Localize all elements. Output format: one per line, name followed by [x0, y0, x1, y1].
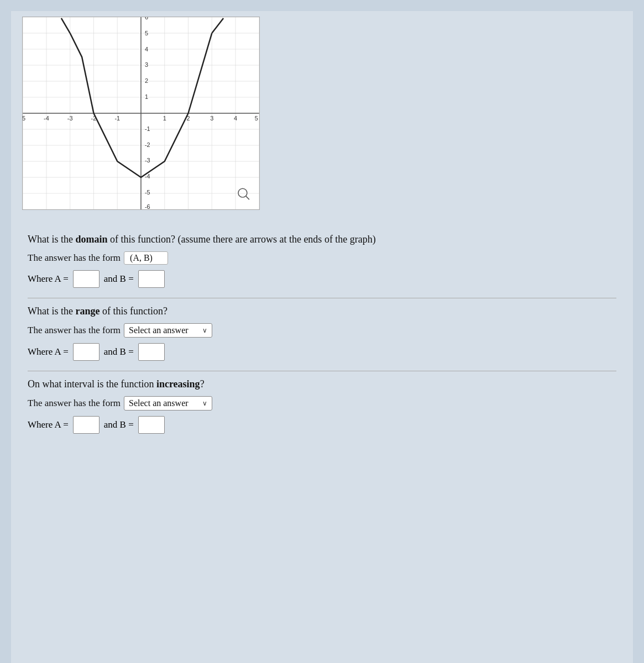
increasing-a-input[interactable]	[73, 416, 100, 434]
increasing-bold: increasing	[156, 378, 200, 390]
range-form-row: The answer has the form Select an answer…	[28, 323, 616, 338]
range-where-row: Where A = and B =	[28, 343, 616, 361]
range-where-a-label: Where A =	[28, 346, 69, 357]
svg-text:-1: -1	[145, 125, 150, 132]
range-chevron-icon: ∨	[202, 327, 207, 335]
range-answer-dropdown[interactable]: Select an answer ∨	[124, 323, 212, 338]
function-graph: -5 -4 -3 -2 -1 1 2 3 4 5 6 5 4	[23, 17, 259, 209]
domain-a-input[interactable]	[73, 270, 100, 288]
increasing-and-label: and B =	[104, 419, 134, 430]
question-increasing: On what interval is the function increas…	[28, 377, 616, 444]
increasing-chevron-icon: ∨	[202, 399, 207, 408]
svg-text:-5: -5	[23, 115, 25, 122]
range-b-input[interactable]	[138, 343, 165, 361]
graph-wrapper: -5 -4 -3 -2 -1 1 2 3 4 5 6 5 4	[22, 17, 260, 210]
increasing-form-label: The answer has the form	[28, 398, 121, 409]
range-and-label: and B =	[104, 346, 134, 357]
range-question-text: What is the range of this function?	[28, 304, 616, 319]
domain-where-row: Where A = and B =	[28, 270, 616, 288]
increasing-dropdown-text: Select an answer	[129, 398, 189, 408]
increasing-where-a-label: Where A =	[28, 419, 69, 430]
increasing-where-row: Where A = and B =	[28, 416, 616, 434]
domain-form-row: The answer has the form (A, B)	[28, 251, 616, 265]
question-range: What is the range of this function? The …	[28, 304, 616, 371]
questions-section: What is the domain of this function? (as…	[11, 221, 633, 466]
increasing-answer-dropdown[interactable]: Select an answer ∨	[124, 396, 212, 411]
increasing-form-row: The answer has the form Select an answer…	[28, 396, 616, 411]
domain-form-value: (A, B)	[124, 251, 168, 265]
range-bold: range	[75, 306, 100, 317]
svg-text:4: 4	[145, 46, 148, 52]
domain-and-label: and B =	[104, 273, 134, 285]
svg-text:-1: -1	[114, 115, 120, 122]
svg-text:4: 4	[234, 115, 237, 122]
svg-text:5: 5	[255, 115, 258, 122]
svg-text:1: 1	[145, 93, 148, 100]
svg-text:3: 3	[210, 115, 213, 122]
range-dropdown-text: Select an answer	[129, 325, 189, 335]
page-container: -5 -4 -3 -2 -1 1 2 3 4 5 6 5 4	[11, 11, 633, 663]
increasing-question-text: On what interval is the function increas…	[28, 377, 616, 392]
question-domain: What is the domain of this function? (as…	[28, 232, 616, 298]
svg-text:-3: -3	[67, 115, 73, 122]
svg-text:2: 2	[145, 77, 148, 84]
svg-text:6: 6	[145, 17, 148, 20]
increasing-b-input[interactable]	[138, 416, 165, 434]
domain-where-a-label: Where A =	[28, 273, 69, 285]
range-form-label: The answer has the form	[28, 325, 121, 336]
svg-text:-6: -6	[145, 203, 150, 209]
domain-form-label: The answer has the form	[28, 252, 121, 264]
domain-bold: domain	[75, 234, 107, 245]
svg-text:-4: -4	[44, 115, 49, 122]
svg-text:1: 1	[163, 115, 166, 122]
svg-text:-5: -5	[145, 189, 150, 196]
domain-b-input[interactable]	[138, 270, 165, 288]
graph-section: -5 -4 -3 -2 -1 1 2 3 4 5 6 5 4	[11, 11, 633, 221]
svg-text:-3: -3	[145, 157, 150, 164]
range-a-input[interactable]	[73, 343, 100, 361]
svg-text:3: 3	[145, 61, 148, 68]
svg-text:5: 5	[145, 30, 148, 36]
svg-text:-2: -2	[145, 141, 150, 148]
domain-question-text: What is the domain of this function? (as…	[28, 232, 616, 247]
